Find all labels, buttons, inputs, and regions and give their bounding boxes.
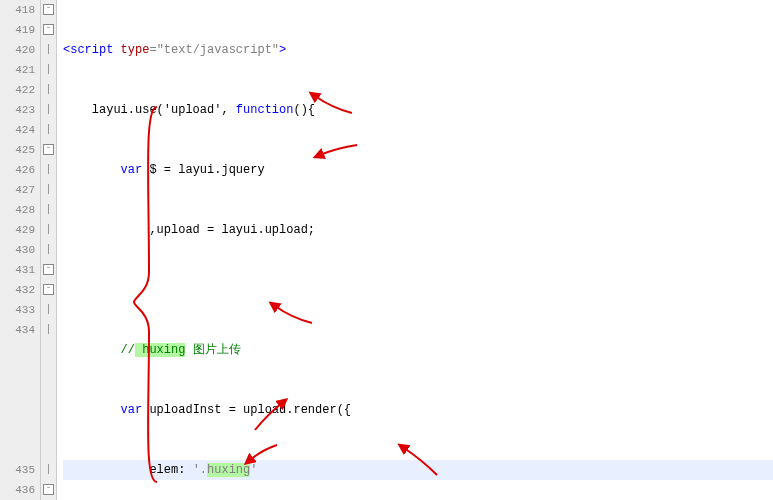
fold-gutter: - - | | | | | - | | | | | - - | | | - | … xyxy=(41,0,57,500)
line-number-gutter: 418 419 420 421 422 423 424 425 426 427 … xyxy=(0,0,41,500)
code-area[interactable]: <script type="text/javascript"> layui.us… xyxy=(57,0,773,500)
fold-toggle[interactable]: - xyxy=(41,0,56,20)
line-number: 418 xyxy=(0,0,35,20)
highlighted-line: elem: '.huxing' xyxy=(63,460,773,480)
annotation-arrow-icon xyxy=(267,298,317,328)
code-line: <script type="text/javascript"> xyxy=(63,40,773,60)
code-editor[interactable]: 418 419 420 421 422 423 424 425 426 427 … xyxy=(0,0,773,500)
